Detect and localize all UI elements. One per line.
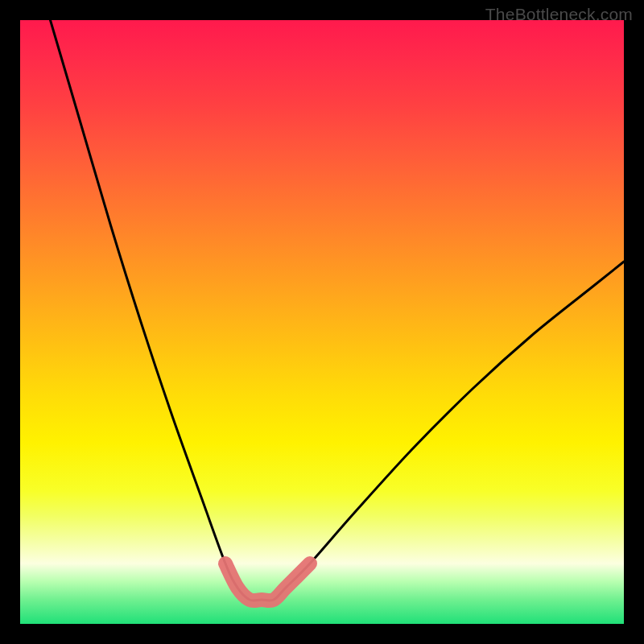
chart-frame (20, 20, 624, 624)
chart-svg (20, 20, 624, 624)
bottleneck-curve-path (51, 20, 625, 601)
valley-highlight-path (225, 564, 310, 601)
